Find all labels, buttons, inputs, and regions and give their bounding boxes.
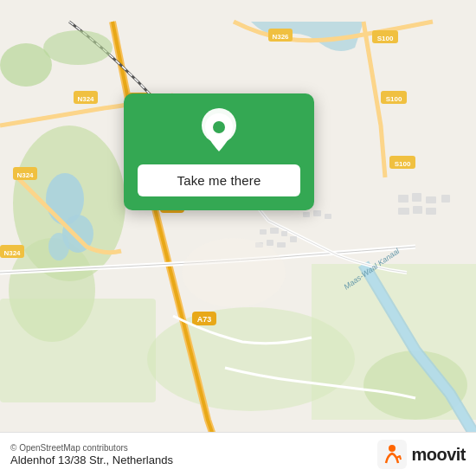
svg-rect-43 (426, 196, 436, 203)
svg-rect-44 (441, 195, 450, 203)
bottom-left: © OpenStreetMap contributors Aldenhof 13… (10, 443, 173, 466)
svg-rect-39 (313, 210, 321, 216)
svg-rect-45 (398, 208, 409, 215)
svg-point-9 (48, 233, 69, 261)
svg-text:N324: N324 (3, 249, 21, 257)
svg-point-52 (213, 121, 225, 133)
svg-rect-31 (260, 229, 267, 235)
svg-rect-47 (426, 208, 436, 215)
attribution-text: © OpenStreetMap contributors (10, 443, 173, 453)
svg-point-49 (43, 30, 113, 65)
bottom-bar: © OpenStreetMap contributors Aldenhof 13… (0, 432, 476, 476)
svg-rect-46 (413, 206, 422, 214)
svg-rect-42 (412, 193, 421, 202)
svg-rect-32 (270, 228, 279, 234)
location-pin-icon (197, 106, 241, 158)
svg-rect-36 (277, 242, 286, 248)
svg-rect-33 (281, 231, 287, 236)
svg-rect-41 (398, 195, 408, 203)
svg-point-54 (389, 445, 396, 452)
svg-rect-35 (267, 240, 273, 246)
svg-rect-37 (290, 236, 297, 242)
svg-text:A73: A73 (197, 315, 212, 324)
svg-rect-3 (0, 299, 156, 402)
address-label: Aldenhof 13/38 Str., Netherlands (10, 453, 173, 466)
moovit-icon (377, 440, 407, 469)
svg-point-6 (363, 351, 467, 420)
map-container: A73 A73 A73 N324 N324 N324 N326 S100 S10… (0, 0, 476, 476)
map-svg: A73 A73 A73 N324 N324 N324 N326 S100 S10… (0, 0, 476, 476)
svg-rect-38 (303, 212, 310, 217)
svg-text:N324: N324 (77, 95, 94, 103)
svg-text:N324: N324 (16, 171, 34, 179)
svg-text:S100: S100 (377, 35, 394, 42)
moovit-logo: moovit (377, 440, 466, 469)
svg-text:S100: S100 (386, 95, 402, 103)
svg-point-50 (182, 238, 286, 307)
location-icon-wrap (196, 109, 242, 156)
svg-rect-40 (325, 214, 331, 219)
svg-text:S100: S100 (395, 160, 411, 168)
moovit-text: moovit (411, 445, 466, 465)
navigation-card: Take me there (124, 93, 314, 210)
svg-text:N326: N326 (272, 33, 289, 41)
take-me-there-button[interactable]: Take me there (138, 164, 300, 196)
